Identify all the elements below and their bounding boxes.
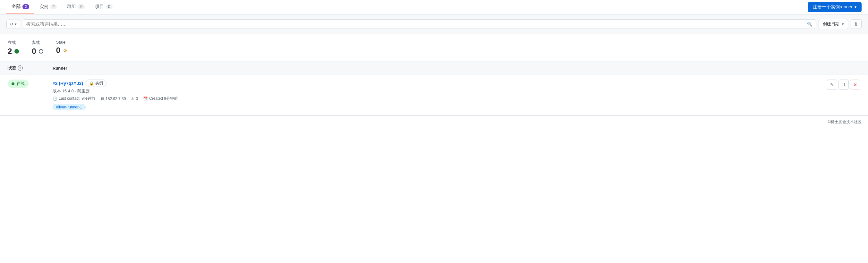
- stale-icon: ⚙: [63, 47, 67, 54]
- runner-info-col: #2 (Hy7qzYJ3) 🔒 实例 版本 15.4.0 · 阿里云 🕐 Las…: [53, 79, 820, 110]
- delete-button[interactable]: ✕: [850, 79, 860, 90]
- tab-instance[interactable]: 实例2: [34, 0, 62, 14]
- history-button[interactable]: ↺ ▾: [6, 20, 20, 29]
- jobs-item: ⚠ 0: [131, 97, 138, 101]
- register-btn-label: 注册一个实例runner: [813, 4, 852, 10]
- online-value-row: 2: [8, 47, 19, 56]
- runners-list: 在线 #2 (Hy7qzYJ3) 🔒 实例 版本 15.4.0 · 阿里云 🕐 …: [0, 74, 868, 116]
- status-dot: [11, 83, 14, 85]
- stat-stale: Stale 0 ⚙: [56, 40, 67, 56]
- tab-label-instance: 实例: [39, 4, 49, 10]
- runner-title-row: #2 (Hy7qzYJ3) 🔒 实例: [53, 79, 820, 87]
- last-contact-text: Last contact: 9分钟前: [59, 96, 95, 101]
- online-label: 在线: [8, 40, 19, 45]
- tabs-bar: 全部2实例2群组0项目0 注册一个实例runner ▾: [0, 0, 868, 14]
- help-icon[interactable]: ?: [18, 65, 23, 71]
- stats-section: 在线 2 离线 0 Stale 0 ⚙: [0, 34, 868, 62]
- warning-icon: ⚠: [131, 97, 134, 101]
- history-icon: ↺: [10, 22, 13, 27]
- online-count: 2: [8, 47, 12, 56]
- offline-label: 离线: [32, 40, 43, 45]
- tab-all[interactable]: 全部2: [6, 0, 34, 14]
- online-dot: [14, 49, 19, 54]
- pause-button[interactable]: ⏸: [838, 79, 849, 90]
- chevron-down-icon: ▾: [842, 22, 844, 26]
- stat-offline: 离线 0: [32, 40, 43, 56]
- register-runner-button[interactable]: 注册一个实例runner ▾: [808, 2, 862, 12]
- tab-label-group: 群组: [67, 4, 76, 10]
- server-icon: 🖥: [100, 97, 104, 101]
- runner-id-link[interactable]: #2 (Hy7qzYJ3): [53, 81, 83, 86]
- created-text: Created 9分钟前: [149, 96, 178, 101]
- sort-button[interactable]: ⇅: [851, 19, 862, 29]
- tabs-container: 全部2实例2群组0项目0: [6, 0, 118, 14]
- stale-count: 0: [56, 46, 60, 55]
- col-status-header: 状态 ?: [8, 65, 46, 71]
- search-bar: ↺ ▾ 🔍 创建日期 ▾ ⇅: [0, 14, 868, 34]
- status-badge: 在线: [8, 79, 29, 88]
- edit-button[interactable]: ✎: [827, 79, 837, 90]
- tab-project[interactable]: 项目0: [90, 0, 118, 14]
- tab-count-group: 0: [78, 4, 85, 9]
- ip-text: 182.92.7.39: [105, 97, 126, 101]
- footer: ©稀土掘金技术社区: [0, 116, 868, 128]
- search-icon-button[interactable]: 🔍: [807, 22, 812, 27]
- runner-tags: aliyun-runner-1: [53, 104, 820, 110]
- ip-item: 🖥 182.92.7.39: [100, 97, 126, 101]
- chevron-down-icon: ▾: [855, 5, 857, 9]
- offline-count: 0: [32, 47, 36, 56]
- tab-count-instance: 2: [50, 4, 57, 9]
- date-filter-label: 创建日期: [823, 21, 839, 27]
- last-contact-item: 🕐 Last contact: 9分钟前: [53, 96, 95, 101]
- runner-version: 版本 15.4.0 · 阿里云: [53, 88, 820, 94]
- stale-value-row: 0 ⚙: [56, 46, 67, 55]
- tab-label-project: 项目: [95, 4, 104, 10]
- runner-type-label: 实例: [95, 80, 103, 86]
- runner-meta: 🕐 Last contact: 9分钟前 🖥 182.92.7.39 ⚠ 0 📅…: [53, 96, 820, 101]
- offline-dot: [39, 49, 43, 54]
- clock-icon: 🕐: [53, 97, 57, 101]
- lock-icon: 🔒: [89, 81, 94, 86]
- tab-count-project: 0: [106, 4, 113, 9]
- status-label: 在线: [17, 81, 25, 87]
- runner-actions: ✎ ⏸ ✕: [827, 79, 860, 90]
- stale-label: Stale: [56, 40, 67, 44]
- footer-text: ©稀土掘金技术社区: [828, 119, 862, 125]
- search-input-wrap: 🔍: [23, 19, 816, 29]
- runner-row: 在线 #2 (Hy7qzYJ3) 🔒 实例 版本 15.4.0 · 阿里云 🕐 …: [0, 74, 868, 116]
- date-filter-button[interactable]: 创建日期 ▾: [818, 19, 848, 29]
- tab-label-all: 全部: [11, 4, 21, 10]
- sort-icon: ⇅: [854, 22, 858, 27]
- search-icon: 🔍: [807, 22, 812, 27]
- runner-type-badge: 🔒 实例: [86, 79, 106, 87]
- jobs-count: 0: [136, 97, 138, 101]
- offline-value-row: 0: [32, 47, 43, 56]
- chevron-down-icon: ▾: [15, 22, 17, 26]
- table-header: 状态 ? Runner: [0, 62, 868, 74]
- created-item: 📅 Created 9分钟前: [143, 96, 178, 101]
- search-input[interactable]: [26, 22, 805, 27]
- tab-group[interactable]: 群组0: [62, 0, 90, 14]
- stat-online: 在线 2: [8, 40, 19, 56]
- calendar-icon: 📅: [143, 97, 148, 101]
- runner-tag: aliyun-runner-1: [53, 104, 86, 110]
- col-runner-header: Runner: [53, 66, 860, 71]
- runner-status-col: 在线: [8, 79, 46, 88]
- tab-count-all: 2: [23, 4, 29, 9]
